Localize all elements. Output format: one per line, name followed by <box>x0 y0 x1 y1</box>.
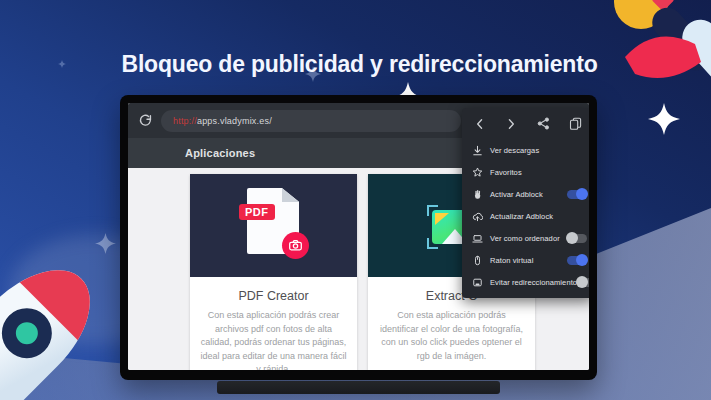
address-bar[interactable]: http://apps.vladymix.es/ <box>161 110 461 132</box>
browser-menu: Ver descargas Favoritos <box>462 108 589 298</box>
share-icon[interactable] <box>537 116 550 134</box>
app-description: Con esta aplicación podrás identificar e… <box>377 309 526 363</box>
mouse-icon <box>472 255 483 266</box>
menu-item-label: Favoritos <box>490 168 522 177</box>
tablet-mockup: http://apps.vladymix.es/ Aplicaciones PD… <box>120 95 597 380</box>
forward-icon[interactable] <box>505 116 517 134</box>
section-title: Aplicaciones <box>185 147 255 159</box>
menu-item-label: Evitar redireccionamiento <box>490 278 577 287</box>
window-redirect-icon <box>472 277 483 288</box>
cloud-upload-icon <box>472 211 483 222</box>
menu-item-label: Ver como ordenador <box>490 234 560 243</box>
download-icon <box>472 145 483 156</box>
pdf-badge: PDF <box>239 204 275 220</box>
menu-item-ver-como-ordenador[interactable]: Ver como ordenador <box>462 227 589 249</box>
menu-shortcut-row <box>462 110 589 139</box>
menu-item-label: Actualizar Adblock <box>490 212 553 221</box>
menu-item-actualizar-adblock[interactable]: Actualizar Adblock <box>462 205 589 227</box>
menu-item-evitar-redireccionamiento[interactable]: Evitar redireccionamiento <box>462 271 589 293</box>
computer-icon <box>472 233 483 244</box>
sparkle-icon <box>648 103 680 135</box>
hand-stop-icon <box>472 189 483 200</box>
page-title: Bloqueo de publicidad y redireccionamien… <box>4 51 711 78</box>
back-icon[interactable] <box>474 116 486 134</box>
menu-item-label: Activar Adblock <box>490 190 543 199</box>
desktop-mode-toggle[interactable] <box>567 234 587 243</box>
app-description: Con esta aplicación podrás crear archivo… <box>199 309 348 370</box>
menu-item-ver-descargas[interactable]: Ver descargas <box>462 139 589 161</box>
star-icon <box>472 167 483 178</box>
app-title: PDF Creator <box>199 289 348 303</box>
promo-banner: Bloqueo de publicidad y redireccionamien… <box>0 0 711 400</box>
tablet-stand <box>217 381 500 394</box>
adblock-toggle[interactable] <box>567 190 587 199</box>
sparkle-icon <box>95 233 116 254</box>
browser-screen: http://apps.vladymix.es/ Aplicaciones PD… <box>128 103 589 370</box>
redirect-block-toggle[interactable] <box>577 278 589 287</box>
menu-item-raton-virtual[interactable]: Raton virtual <box>462 249 589 271</box>
menu-item-label: Ver descargas <box>490 146 539 155</box>
app-card-pdf-creator[interactable]: PDF PDF Creator Con esta aplicación podr… <box>190 174 357 370</box>
tabs-icon[interactable] <box>569 116 582 134</box>
pdf-creator-artwork: PDF <box>190 174 357 277</box>
virtual-mouse-toggle[interactable] <box>567 256 587 265</box>
refresh-icon[interactable] <box>138 113 153 128</box>
menu-item-favoritos[interactable]: Favoritos <box>462 161 589 183</box>
url-scheme: http:// <box>173 116 197 126</box>
menu-item-label: Raton virtual <box>490 256 533 265</box>
camera-icon <box>282 232 309 259</box>
url-host: apps.vladymix.es/ <box>197 116 272 126</box>
card-body: PDF Creator Con esta aplicación podrás c… <box>190 277 357 370</box>
menu-item-activar-adblock[interactable]: Activar Adblock <box>462 183 589 205</box>
